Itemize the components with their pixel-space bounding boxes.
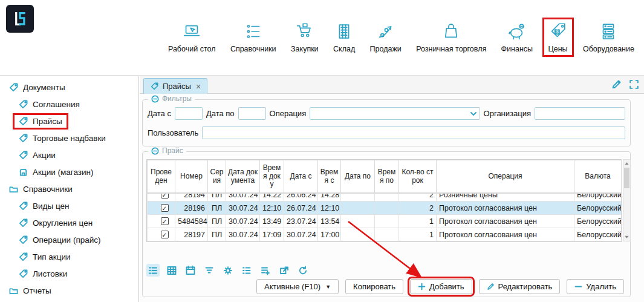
list-view-button[interactable] bbox=[146, 264, 160, 277]
sidebar-item-trade-markups[interactable]: Торговые надбавки bbox=[0, 130, 138, 146]
add-list-button[interactable] bbox=[259, 264, 272, 277]
ribbon-item-label: Цены bbox=[548, 45, 567, 53]
sidebar-item-documents[interactable]: Документы bbox=[0, 79, 138, 96]
minus-icon bbox=[574, 283, 582, 291]
collapse-icon[interactable] bbox=[151, 95, 159, 103]
calendar-button[interactable] bbox=[184, 264, 197, 277]
table-row[interactable]: ✓ 54845841 ПЛ 30.07.24 13:49 23.07.24 13… bbox=[148, 215, 622, 228]
ribbon-item-label: Склад bbox=[333, 45, 355, 53]
column-header[interactable]: Номер bbox=[175, 160, 208, 193]
sidebar-item-agreements[interactable]: Соглашения bbox=[0, 96, 138, 113]
tag-icon bbox=[19, 218, 28, 228]
ribbon-item-label: Рабочий стол bbox=[168, 45, 215, 53]
sidebar-item-promo-type[interactable]: Тип акции bbox=[0, 248, 138, 265]
numbered-list-button[interactable] bbox=[240, 264, 253, 277]
settings-button[interactable] bbox=[221, 264, 235, 277]
column-header[interactable]: Кол-во строк bbox=[399, 160, 437, 193]
sidebar-item-reports[interactable]: Отчеты bbox=[0, 282, 138, 299]
filter-icon bbox=[204, 265, 215, 276]
edit-button[interactable]: Редактировать bbox=[479, 279, 561, 294]
app-logo bbox=[6, 5, 34, 33]
sidebar-item-price-lists[interactable]: Прайсы bbox=[0, 113, 138, 130]
ribbon-item-finance[interactable]: Финансы bbox=[498, 19, 536, 55]
column-header[interactable]: Дата по bbox=[341, 160, 375, 193]
row-checkbox[interactable]: ✓ bbox=[161, 204, 169, 212]
catalogs-icon bbox=[243, 21, 264, 42]
tab-close-button[interactable]: × bbox=[196, 82, 201, 91]
add-button[interactable]: Добавить bbox=[410, 279, 472, 294]
add-list-icon bbox=[260, 265, 271, 276]
equipment-icon bbox=[598, 21, 619, 42]
ribbon-item-label: Справочники bbox=[230, 45, 276, 53]
column-header[interactable]: Операция bbox=[437, 160, 574, 193]
sidebar-item-price-operations[interactable]: Операции (прайс) bbox=[0, 231, 138, 248]
ribbon-item-purchases[interactable]: Закупки bbox=[287, 19, 322, 55]
column-header[interactable]: Время доку bbox=[260, 160, 284, 193]
row-checkbox[interactable]: ✓ bbox=[161, 231, 169, 238]
tag-icon bbox=[19, 151, 28, 160]
sidebar-item-promotions-store[interactable]: Акции (магазин) bbox=[0, 163, 138, 180]
ribbon-item-prices[interactable]: Цены bbox=[544, 19, 572, 55]
price-tag-icon bbox=[548, 21, 568, 42]
user-input[interactable] bbox=[202, 126, 625, 139]
sidebar-item-price-types[interactable]: Виды цен bbox=[0, 197, 138, 214]
column-header[interactable]: Дата с bbox=[284, 160, 318, 193]
pencil-icon bbox=[487, 283, 495, 291]
scroll-down-icon[interactable] bbox=[623, 234, 630, 240]
table-row[interactable]: ✓ 28197 ПЛ 30.07.24 17:09 30.07.24 17:00… bbox=[148, 228, 622, 241]
date-from-input[interactable] bbox=[175, 107, 203, 120]
sidebar-item-promotions[interactable]: Акции bbox=[0, 146, 138, 163]
refresh-button[interactable] bbox=[296, 264, 310, 277]
sidebar-item-price-rounding[interactable]: Округления цен bbox=[0, 214, 138, 231]
top-toolbar: Рабочий стол Справочники Закупки Склад П… bbox=[0, 0, 644, 76]
sidebar-item-catalogs[interactable]: Справочники bbox=[0, 180, 138, 197]
column-header[interactable]: Валюта bbox=[574, 160, 622, 193]
ribbon-item-retail[interactable]: Розничная торговля bbox=[412, 19, 490, 55]
tab-price-lists[interactable]: Прайсы × bbox=[143, 78, 207, 94]
table-rows-viewport: ✓ 28194 ПЛ 30.07.24 14:22 26.06.24 14:28… bbox=[147, 193, 621, 241]
ribbon-item-workspace[interactable]: Рабочий стол bbox=[164, 19, 219, 55]
column-header[interactable]: Время с bbox=[318, 160, 341, 193]
ribbon-item-equipment[interactable]: Оборудование bbox=[579, 19, 638, 55]
active-filter-dropdown[interactable]: Активные (F10) ▼ bbox=[256, 279, 339, 294]
refresh-icon bbox=[298, 265, 308, 276]
copy-button[interactable]: Копировать bbox=[345, 279, 403, 294]
ribbon-item-label: Продажи bbox=[370, 45, 402, 53]
dropdown-arrow-icon: ▼ bbox=[325, 284, 331, 290]
column-header[interactable]: Время по bbox=[375, 160, 399, 193]
expand-icon[interactable] bbox=[629, 79, 639, 90]
main-content: Прайсы × Фильтры Дата с Дата по Операция… bbox=[140, 76, 644, 302]
filter-button[interactable] bbox=[203, 264, 216, 277]
tag-icon bbox=[19, 235, 28, 245]
warehouse-icon bbox=[334, 21, 354, 42]
table-view-button[interactable] bbox=[165, 264, 178, 277]
table-scrollbar[interactable] bbox=[623, 159, 631, 241]
table-row[interactable]: ✓ 28194 ПЛ 30.07.24 14:22 26.06.24 14:28… bbox=[148, 193, 622, 202]
row-checkbox[interactable]: ✓ bbox=[161, 217, 169, 225]
scrollbar-thumb[interactable] bbox=[624, 168, 629, 188]
ribbon-item-warehouse[interactable]: Склад bbox=[330, 19, 359, 55]
delete-button[interactable]: Удалить bbox=[567, 279, 624, 294]
table-row-selected[interactable]: ✓ 28196 ПЛ 30.07.24 12:10 26.07.24 12:10… bbox=[148, 202, 622, 215]
tab-label: Прайсы bbox=[163, 82, 191, 91]
column-header[interactable]: Проведен bbox=[148, 160, 175, 193]
ribbon-menu: Рабочий стол Справочники Закупки Склад П… bbox=[164, 19, 638, 55]
collapse-icon[interactable] bbox=[151, 147, 159, 155]
calendar-icon bbox=[185, 265, 196, 276]
column-header[interactable]: Дата документа bbox=[226, 160, 260, 193]
organization-input[interactable] bbox=[535, 107, 625, 120]
sidebar-nav: Документы Соглашения Прайсы Торговые над… bbox=[0, 76, 139, 302]
filters-group: Фильтры Дата с Дата по Операция Организа… bbox=[142, 99, 631, 146]
ribbon-item-catalogs[interactable]: Справочники bbox=[227, 19, 280, 55]
export-button[interactable] bbox=[278, 264, 291, 277]
edit-icon[interactable] bbox=[611, 79, 622, 90]
date-to-input[interactable] bbox=[238, 107, 266, 120]
sidebar-item-flyers[interactable]: Листовки bbox=[0, 265, 138, 282]
column-header[interactable]: Серия bbox=[208, 160, 226, 193]
table-header: Проведен Номер Серия Дата документа Врем… bbox=[147, 160, 622, 193]
tag-icon bbox=[9, 83, 18, 92]
row-checkbox[interactable]: ✓ bbox=[161, 193, 169, 199]
scroll-up-icon[interactable] bbox=[623, 160, 630, 167]
ribbon-item-sales[interactable]: Продажи bbox=[366, 19, 405, 55]
operation-select[interactable] bbox=[310, 107, 480, 120]
